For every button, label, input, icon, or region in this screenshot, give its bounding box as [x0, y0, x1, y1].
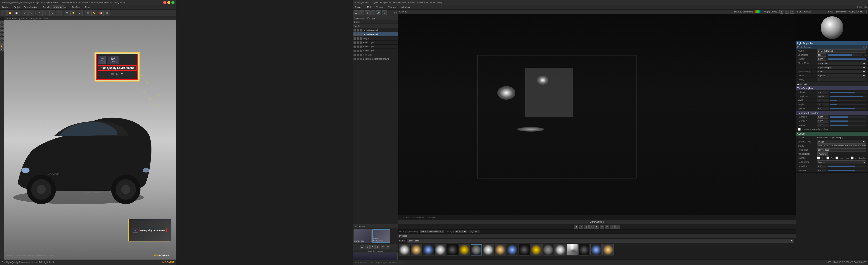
longitude-value[interactable]: 248.34 — [817, 95, 829, 98]
side-tool-7[interactable]: 📐 — [0, 45, 4, 48]
canvas-btn-2[interactable]: − — [785, 10, 789, 14]
handle-y-slider[interactable] — [830, 121, 866, 122]
blend-type-select[interactable]: Color — [817, 70, 866, 73]
preset-16[interactable] — [579, 244, 590, 256]
snapshot-tab[interactable]: Snapshot — [50, 5, 64, 9]
preset-1[interactable] — [399, 244, 410, 256]
env-tool-1[interactable]: ☰ — [360, 245, 364, 249]
menu-fenetre[interactable]: Fenêtre — [71, 6, 81, 8]
viewport[interactable]: LUMISCAPHE rendered in Patchwork3D hdrli… — [4, 20, 176, 260]
prop-opacity-value[interactable]: 1.000 — [817, 57, 826, 61]
lc-btn-7[interactable]: ⊗ — [605, 225, 610, 229]
env-group-row[interactable]: Group — [352, 20, 398, 24]
light-item-3[interactable]: Round Light — [352, 41, 398, 45]
width-value[interactable]: 20.00 — [817, 99, 829, 102]
studio-lights-select[interactable]: StudioLights — [407, 239, 794, 243]
side-tool-6[interactable]: ✂ — [0, 41, 4, 44]
rotation-slider[interactable] — [830, 125, 866, 126]
preset-17[interactable] — [590, 244, 602, 256]
env-thumb-2[interactable]: HDRL's Environment — [372, 229, 391, 243]
unmul-checkbox[interactable] — [835, 157, 838, 159]
half-checkbox[interactable] — [817, 157, 820, 159]
tool-settings[interactable]: ⚙ — [104, 10, 110, 16]
list-tool-5[interactable]: 🔗 — [376, 10, 381, 16]
transform-ext-header[interactable]: Transform (Extended) — [796, 111, 868, 115]
value-input[interactable] — [469, 230, 480, 233]
rgb-select[interactable]: RGB(A) — [455, 230, 467, 233]
close-button[interactable] — [163, 1, 166, 4]
latitude-slider[interactable] — [830, 92, 866, 93]
width-slider[interactable] — [830, 100, 866, 101]
lc-btn-8[interactable]: ⊕ — [610, 225, 615, 229]
light-properties-section-header[interactable]: Light Properties — [796, 41, 868, 45]
menu-aide[interactable]: Aide — [84, 6, 91, 8]
master-close-btn[interactable]: × — [864, 46, 867, 49]
env-tool-2[interactable]: ⚙ — [365, 245, 370, 249]
list-tool-1[interactable]: ☰ — [353, 10, 359, 16]
side-tool-2[interactable]: ⊕ — [0, 25, 4, 28]
tool-open[interactable]: 📂 — [7, 10, 13, 16]
height-value[interactable]: 20.00 — [817, 103, 829, 106]
light-item-5[interactable]: Round Light — [352, 49, 398, 53]
list-tool-6[interactable]: ⚙ — [382, 10, 387, 16]
preset-7[interactable] — [471, 244, 482, 256]
menu-edit[interactable]: Edit — [366, 6, 372, 8]
side-tool-1[interactable]: ↖ — [0, 21, 4, 24]
lc-btn-2[interactable]: ◁ — [579, 225, 583, 229]
preset-14[interactable] — [555, 244, 566, 256]
handle-x-slider[interactable] — [830, 116, 866, 118]
side-tool-5[interactable]: ⊞ — [0, 37, 4, 40]
menu-window[interactable]: Window — [400, 6, 411, 8]
tool-select[interactable]: ↖ — [37, 10, 42, 16]
maximize-button[interactable] — [171, 1, 175, 4]
rotation-value[interactable]: 0.000 — [817, 124, 829, 127]
tool-snap[interactable]: 🧲 — [98, 10, 103, 16]
light-item-6[interactable]: Rect Light — [352, 53, 398, 57]
lc-btn-5[interactable]: ▶ — [594, 225, 599, 229]
lc-btn-4[interactable]: ▷ — [589, 225, 594, 229]
saturation-slider[interactable] — [828, 165, 866, 167]
tool-redo[interactable]: ↪ — [28, 10, 34, 16]
longitude-slider[interactable] — [830, 96, 866, 97]
canvas-btn-3[interactable]: + — [790, 10, 794, 14]
env-tool-5[interactable]: ↩ — [381, 245, 385, 249]
light-item-1[interactable]: Jk Mode Burned — [352, 32, 398, 36]
light-item-2[interactable]: Vray 2 — [352, 36, 398, 41]
hdr-canvas[interactable]: 1,000 H:0.000 S:0.000 V:0.000 S:0.000 — [398, 14, 796, 220]
tool-camera[interactable]: 📷 — [64, 10, 70, 16]
preset-5[interactable] — [447, 244, 458, 256]
height-slider[interactable] — [830, 104, 866, 105]
cooker-select[interactable]: Square — [817, 74, 866, 77]
preset-4[interactable] — [435, 244, 446, 256]
list-tool-2[interactable]: + — [359, 10, 364, 16]
preset-12[interactable] — [530, 244, 542, 256]
menu-visualisation[interactable]: Visualisation — [23, 6, 39, 8]
flip-checkbox[interactable] — [827, 157, 829, 159]
tool-undo[interactable]: ↩ — [22, 10, 28, 16]
preset-3[interactable] — [423, 244, 434, 256]
opacity2-slider[interactable] — [830, 108, 866, 109]
lc-btn-3[interactable]: △ — [584, 225, 589, 229]
gamma-value[interactable]: 1.00 — [817, 169, 826, 172]
area-light-header[interactable]: Area Light — [796, 82, 868, 86]
side-tool-4[interactable]: ↻ — [0, 33, 4, 36]
menu-objet[interactable]: Objet — [13, 6, 21, 8]
side-tool-8[interactable]: 🔍 — [0, 48, 4, 51]
tool-move[interactable]: ✥ — [43, 10, 49, 16]
preset-6[interactable] — [459, 244, 470, 256]
brightness-slider[interactable] — [828, 54, 863, 56]
lc-btn-1[interactable]: ◀ — [574, 225, 578, 229]
env-thumb-1[interactable]: HDRL's Title — [353, 229, 372, 243]
menu-project[interactable]: Project — [354, 6, 364, 8]
preset-9[interactable] — [495, 244, 506, 256]
image-path-value[interactable]: Z:/AE_PRESETS/Environments/ZNDP/380-4KH-… — [817, 144, 866, 148]
prop-name-value[interactable]: Jk Mode Burned — [817, 49, 866, 53]
preset-8[interactable] — [483, 244, 494, 256]
prop-brightness-value[interactable]: 100 — [817, 53, 826, 57]
tool-light[interactable]: 💡 — [70, 10, 76, 16]
light-item-0[interactable]: Jk Mode Burned — [352, 28, 398, 32]
transform-env-header[interactable]: Transform (Env) — [796, 86, 868, 90]
minimize-button[interactable] — [167, 1, 170, 4]
menu-create[interactable]: Create — [375, 6, 384, 8]
priority-value[interactable]: 0 — [817, 78, 866, 81]
